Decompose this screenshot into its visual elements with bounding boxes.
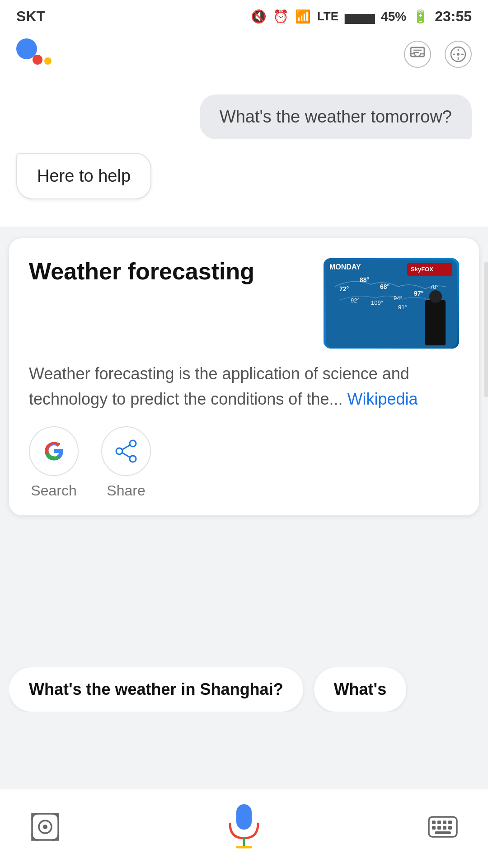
logo-dot-red <box>33 55 42 65</box>
svg-text:72°: 72° <box>339 285 349 292</box>
card-image-overlay: 72° 88° 68° 92° 109° 94° 97° 78° 91° MON <box>324 258 459 349</box>
svg-rect-33 <box>236 804 252 830</box>
card-image: 72° 88° 68° 92° 109° 94° 97° 78° 91° MON <box>324 258 459 349</box>
logo-dot-yellow <box>44 57 52 65</box>
share-action-button[interactable]: Share <box>101 426 151 499</box>
suggestions-area: What's the weather in Shanghai? What's <box>0 649 488 725</box>
google-logo <box>16 38 57 70</box>
svg-point-8 <box>457 53 460 56</box>
search-action-button[interactable]: Search <box>29 426 79 499</box>
svg-text:91°: 91° <box>398 304 407 311</box>
share-action-label: Share <box>107 482 145 499</box>
card-description: Weather forecasting is the application o… <box>29 361 459 412</box>
svg-text:SkyFOX: SkyFOX <box>411 266 433 273</box>
share-action-circle <box>101 426 151 476</box>
svg-text:97°: 97° <box>414 290 423 297</box>
svg-rect-45 <box>435 831 451 834</box>
svg-rect-39 <box>443 821 446 824</box>
status-bar: SKT 🔇 ⏰ 📶 LTE ▅▅▅ 45% 🔋 23:55 <box>0 0 488 29</box>
svg-rect-37 <box>432 821 436 824</box>
svg-text:94°: 94° <box>394 295 403 302</box>
assistant-message-text: Here to help <box>16 153 151 199</box>
suggestion-chip-shanghai[interactable]: What's the weather in Shanghai? <box>9 667 303 712</box>
weather-forecasting-card: Weather forecasting 72° 88° 68° 92° <box>9 238 479 515</box>
search-action-label: Search <box>31 482 76 499</box>
alarm-icon: ⏰ <box>273 9 289 24</box>
svg-text:MONDAY: MONDAY <box>329 263 361 271</box>
card-header: Weather forecasting 72° 88° 68° 92° <box>29 258 459 349</box>
app-header <box>0 29 488 81</box>
scroll-indicator <box>484 262 488 397</box>
svg-text:88°: 88° <box>360 276 369 283</box>
card-title: Weather forecasting <box>29 258 324 285</box>
svg-rect-42 <box>437 826 441 830</box>
svg-text:78°: 78° <box>430 283 439 290</box>
keyboard-button[interactable] <box>425 809 461 845</box>
status-icons: 🔇 ⏰ 📶 LTE ▅▅▅ 45% 🔋 23:55 <box>251 8 472 25</box>
card-area: Weather forecasting 72° 88° 68° 92° <box>0 226 488 515</box>
svg-line-29 <box>122 453 130 457</box>
svg-text:92°: 92° <box>351 297 360 304</box>
lte-label: LTE <box>317 9 338 24</box>
svg-point-27 <box>130 456 136 462</box>
svg-rect-41 <box>432 826 436 830</box>
svg-point-32 <box>43 825 47 829</box>
svg-text:109°: 109° <box>371 299 383 306</box>
card-actions: Search Share <box>29 426 459 499</box>
inbox-button[interactable] <box>404 41 431 68</box>
mute-icon: 🔇 <box>251 9 267 24</box>
svg-rect-20 <box>425 300 446 345</box>
battery-label: 45% <box>381 9 406 24</box>
svg-rect-38 <box>437 821 441 824</box>
svg-rect-40 <box>448 821 452 824</box>
suggestion-chip-whats[interactable]: What's <box>314 667 407 712</box>
suggestions-row: What's the weather in Shanghai? What's <box>9 667 479 712</box>
lens-button[interactable] <box>27 809 63 845</box>
svg-point-25 <box>130 440 136 447</box>
svg-point-21 <box>429 290 442 303</box>
bottom-action-bar <box>0 789 488 868</box>
carrier-label: SKT <box>16 8 45 25</box>
time-label: 23:55 <box>435 8 472 25</box>
microphone-button[interactable] <box>219 802 269 852</box>
assistant-message-bubble: Here to help <box>16 153 472 199</box>
compass-button[interactable] <box>445 41 472 68</box>
battery-icon: 🔋 <box>413 9 428 24</box>
svg-point-26 <box>116 448 122 454</box>
svg-rect-44 <box>448 826 452 830</box>
svg-rect-43 <box>443 826 446 830</box>
header-action-icons <box>404 41 472 68</box>
chat-area: What's the weather tomorrow? Here to hel… <box>0 81 488 226</box>
signal-icon: ▅▅▅ <box>345 9 375 24</box>
content-spacer <box>0 523 488 640</box>
svg-line-28 <box>122 445 130 449</box>
wikipedia-link[interactable]: Wikipedia <box>347 390 418 408</box>
user-message-bubble: What's the weather tomorrow? <box>16 94 472 139</box>
search-action-circle <box>29 426 79 476</box>
user-message-text: What's the weather tomorrow? <box>200 94 472 139</box>
wifi-icon: 📶 <box>295 9 311 24</box>
svg-text:68°: 68° <box>380 283 389 290</box>
